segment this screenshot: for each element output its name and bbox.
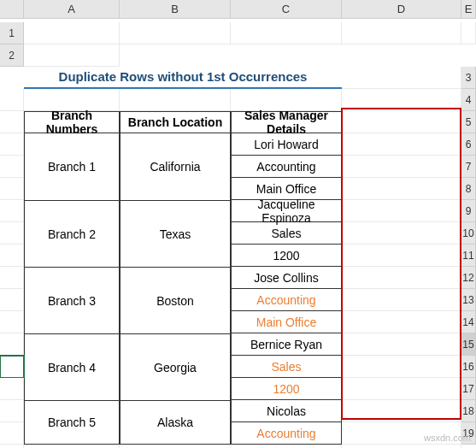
cell-branch2-d1[interactable]: Jacqueline Espinoza xyxy=(231,200,342,222)
cell-C3[interactable] xyxy=(120,89,231,111)
cell-E9[interactable] xyxy=(342,222,461,245)
cell-branch3-location[interactable]: Boston xyxy=(120,267,231,333)
cell-A11[interactable] xyxy=(0,267,24,289)
cell-branch4-number[interactable]: Branch 4 xyxy=(24,333,120,400)
spreadsheet-grid[interactable]: A B C D E 1 2 Duplicate Rows without 1st… xyxy=(0,0,476,448)
cell-A5[interactable] xyxy=(0,133,24,156)
cell-A3[interactable] xyxy=(0,89,24,111)
row-header-11[interactable]: 11 xyxy=(461,245,476,267)
cell-E3[interactable] xyxy=(342,89,461,111)
row-header-10[interactable]: 10 xyxy=(461,222,476,245)
cell-E10[interactable] xyxy=(342,245,461,267)
row-header-18[interactable]: 18 xyxy=(461,400,476,422)
cell-branch1-d2[interactable]: Accounting xyxy=(231,156,342,178)
cell-A17[interactable] xyxy=(0,400,24,422)
header-branch-numbers[interactable]: Branch Numbers xyxy=(24,111,120,133)
cell-A1[interactable] xyxy=(24,22,120,44)
cell-A2[interactable] xyxy=(24,44,120,67)
cell-E2[interactable] xyxy=(342,67,461,89)
row-header-5[interactable]: 5 xyxy=(461,111,476,133)
cell-C1[interactable] xyxy=(231,22,342,44)
cell-E16[interactable] xyxy=(342,378,461,400)
cell-branch1-d1[interactable]: Lori Howard xyxy=(231,133,342,156)
row-header-14[interactable]: 14 xyxy=(461,311,476,333)
row-header-2[interactable]: 2 xyxy=(0,44,24,67)
cell-A4[interactable] xyxy=(0,111,24,133)
row-header-3[interactable]: 3 xyxy=(461,67,476,89)
cell-D1[interactable] xyxy=(342,22,461,44)
cell-E11[interactable] xyxy=(342,267,461,289)
col-header-A[interactable]: A xyxy=(24,0,120,19)
cell-E4[interactable] xyxy=(342,111,461,133)
cell-E7[interactable] xyxy=(342,178,461,200)
cell-A19[interactable] xyxy=(0,445,24,448)
cell-A16[interactable] xyxy=(0,378,24,400)
cell-A12[interactable] xyxy=(0,289,24,311)
cell-branch2-d3[interactable]: 1200 xyxy=(231,245,342,267)
cell-branch2-number[interactable]: Branch 2 xyxy=(24,200,120,267)
select-all-corner[interactable] xyxy=(0,0,24,19)
cell-branch4-d2[interactable]: Sales xyxy=(231,356,342,378)
cell-A13[interactable] xyxy=(0,311,24,333)
cell-A8[interactable] xyxy=(0,200,24,222)
row-header-7[interactable]: 7 xyxy=(461,156,476,178)
cell-E13[interactable] xyxy=(342,311,461,333)
cell-branch5-location[interactable]: Alaska xyxy=(120,400,231,445)
cell-C19[interactable] xyxy=(120,445,231,448)
cell-branch1-number[interactable]: Branch 1 xyxy=(24,133,120,200)
cell-E6[interactable] xyxy=(342,156,461,178)
cell-D19[interactable] xyxy=(231,445,342,448)
row-header-4[interactable]: 4 xyxy=(461,89,476,111)
cell-branch5-d2[interactable]: Accounting xyxy=(231,422,342,445)
cell-A7[interactable] xyxy=(0,178,24,200)
cell-A18[interactable] xyxy=(0,422,24,445)
cell-branch2-d2[interactable]: Sales xyxy=(231,222,342,245)
cell-branch4-d3[interactable]: 1200 xyxy=(231,378,342,400)
cell-branch3-number[interactable]: Branch 3 xyxy=(24,267,120,333)
cell-branch4-d1[interactable]: Bernice Ryan xyxy=(231,333,342,356)
row-header-17[interactable]: 17 xyxy=(461,378,476,400)
cell-A10[interactable] xyxy=(0,245,24,267)
cell-branch3-d1[interactable]: Jose Collins xyxy=(231,267,342,289)
row-header-8[interactable]: 8 xyxy=(461,178,476,200)
col-header-E[interactable]: E xyxy=(461,0,476,19)
cell-E17[interactable] xyxy=(342,400,461,422)
cell-E14[interactable] xyxy=(342,333,461,356)
header-sales-manager[interactable]: Sales Manager Details xyxy=(231,111,342,133)
cell-E15[interactable] xyxy=(342,356,461,378)
row-header-15[interactable]: 15 xyxy=(461,333,476,356)
cell-B1[interactable] xyxy=(120,22,231,44)
row-header-16[interactable]: 16 xyxy=(461,356,476,378)
header-branch-location[interactable]: Branch Location xyxy=(120,111,231,133)
cell-branch3-d3[interactable]: Main Office xyxy=(231,311,342,333)
row-header-9[interactable]: 9 xyxy=(461,200,476,222)
cell-branch5-number[interactable]: Branch 5 xyxy=(24,400,120,445)
cell-B19[interactable] xyxy=(24,445,120,448)
cell-E1[interactable] xyxy=(461,22,476,44)
row-header-12[interactable]: 12 xyxy=(461,267,476,289)
col-header-C[interactable]: C xyxy=(231,0,342,19)
cell-A15-active[interactable] xyxy=(0,356,24,378)
cell-A14[interactable] xyxy=(0,333,24,356)
col-header-B[interactable]: B xyxy=(120,0,231,19)
row-header-13[interactable]: 13 xyxy=(461,289,476,311)
cell-E19[interactable] xyxy=(342,445,461,448)
col-header-D[interactable]: D xyxy=(342,0,461,19)
row-header-1[interactable]: 1 xyxy=(0,22,24,44)
row-header-6[interactable]: 6 xyxy=(461,133,476,156)
cell-A6[interactable] xyxy=(0,156,24,178)
cell-E12[interactable] xyxy=(342,289,461,311)
cell-branch2-location[interactable]: Texas xyxy=(120,200,231,267)
page-title[interactable]: Duplicate Rows without 1st Occurrences xyxy=(24,67,342,89)
cell-branch1-location[interactable]: California xyxy=(120,133,231,200)
cell-branch4-location[interactable]: Georgia xyxy=(120,333,231,400)
cell-branch5-d1[interactable]: Nicolas xyxy=(231,400,342,422)
watermark: wsxdn.com xyxy=(424,433,471,443)
cell-A9[interactable] xyxy=(0,222,24,245)
cell-branch3-d2[interactable]: Accounting xyxy=(231,289,342,311)
cell-E5[interactable] xyxy=(342,133,461,156)
cell-E8[interactable] xyxy=(342,200,461,222)
